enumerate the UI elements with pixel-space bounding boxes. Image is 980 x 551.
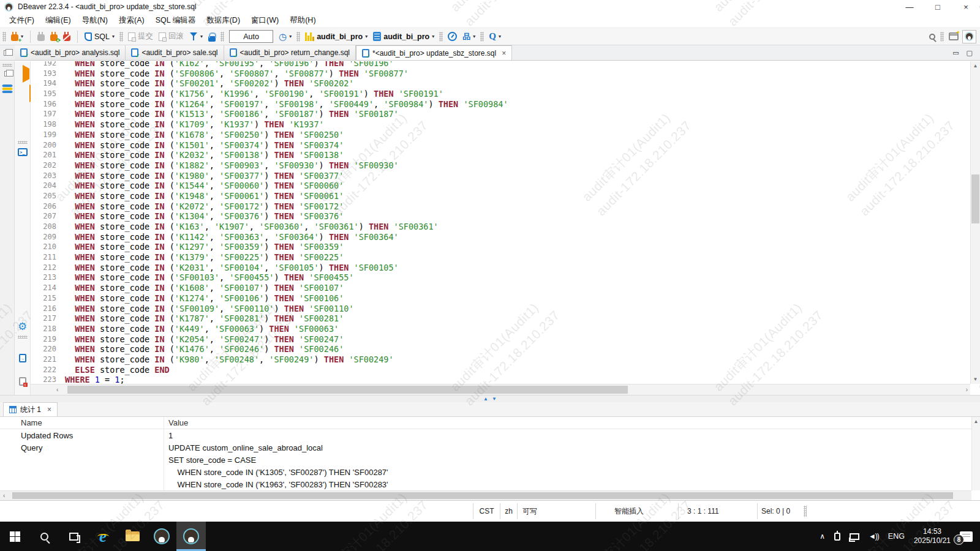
quick-search-icon[interactable] (929, 34, 935, 40)
stats-row[interactable]: WHEN store_code IN ('K1305', 'SF00287') … (0, 466, 971, 478)
commit-button[interactable]: 提交 (126, 30, 155, 43)
sql-editor-button[interactable]: SQL▾ (83, 31, 116, 42)
chevron-down-icon: ▾ (365, 34, 368, 39)
database-navigator-icon[interactable] (2, 84, 12, 94)
task-view-button[interactable] (59, 522, 88, 551)
open-perspective-icon[interactable] (949, 32, 959, 40)
reconnect-button[interactable]: ⟳ (48, 31, 59, 42)
toolbar-grip (480, 32, 484, 42)
minimize-button[interactable]: — (895, 0, 924, 13)
clock-time: 14:53 (914, 527, 951, 536)
commit-mode-select[interactable]: Auto (229, 30, 273, 43)
dbeaver-icon (154, 528, 170, 544)
taskbar-clock[interactable]: 14:53 2025/10/21 (914, 527, 951, 545)
vertical-scroll-thumb[interactable] (971, 174, 979, 223)
dashboard-button[interactable] (446, 31, 459, 42)
editor-tab[interactable]: <audit_bi_pro> sale.sql (126, 45, 224, 60)
line-number: 192 (31, 61, 62, 69)
sash-down-icon[interactable]: ▼ (492, 397, 497, 402)
connection-selector[interactable]: audit_bi_pro▾ (303, 31, 369, 42)
stats-cell-value: UPDATE custom_online_sale_abroad_local (164, 443, 323, 452)
maximize-button[interactable]: □ (924, 0, 952, 13)
execute-statement-icon[interactable] (23, 65, 29, 83)
tab-close-icon[interactable]: × (502, 49, 506, 58)
menu-item[interactable]: 帮助(H) (284, 13, 321, 28)
restore-pane-icon[interactable] (4, 50, 10, 56)
editor-pane-controls: ▭ ▢ (952, 45, 980, 60)
plug-disabled-icon (37, 34, 45, 41)
stats-vertical-scrollbar[interactable]: ▲ (971, 417, 980, 490)
dbeaver-perspective-button[interactable] (962, 30, 976, 43)
dbeaver-pinned-button[interactable] (147, 522, 176, 551)
editor-vertical-scrollbar[interactable]: ▲ ▼ (970, 61, 980, 384)
sash-up-icon[interactable]: ▲ (483, 397, 488, 402)
menu-item[interactable]: 搜索(A) (113, 13, 150, 28)
line-number: 204 (31, 181, 62, 191)
editor-tab[interactable]: *<audit_bi_pro> update_sbz_store.sql× (356, 45, 512, 60)
scroll-left-icon[interactable]: ‹ (56, 384, 58, 395)
restore-view-icon[interactable] (4, 71, 10, 77)
scroll-left-icon[interactable]: ‹ (3, 491, 5, 500)
search-button[interactable]: Q▾ (487, 31, 503, 42)
editor-horizontal-scrollbar[interactable]: ‹ › (31, 384, 970, 395)
horizontal-scroll-thumb[interactable] (67, 386, 628, 394)
dbeaver-running-button[interactable] (176, 522, 206, 551)
commit-icon (128, 32, 135, 41)
stats-cell-value: SET store_code = CASE (164, 455, 256, 465)
scroll-right-icon[interactable]: › (966, 384, 968, 395)
export-result-icon[interactable]: → (19, 354, 26, 362)
stats-tab-close-icon[interactable]: × (47, 405, 51, 414)
scroll-down-icon[interactable]: ▼ (971, 377, 980, 382)
start-button[interactable] (0, 522, 29, 551)
tx-history-button[interactable]: ◷▾ (277, 31, 293, 42)
stats-scroll-thumb[interactable] (12, 492, 953, 499)
disconnect-gray-button[interactable] (36, 31, 47, 42)
panel-sash[interactable]: ▲▼ (0, 395, 980, 402)
database-selector[interactable]: audit_bi_pro▾ (371, 31, 436, 42)
stats-row[interactable]: QueryUPDATE custom_online_sale_abroad_lo… (0, 441, 971, 454)
language-indicator[interactable]: ENG (888, 532, 905, 541)
editor-tab[interactable]: <audit_bi_pro> analysis.sql (15, 45, 126, 60)
maximize-pane-icon[interactable]: ▢ (967, 49, 973, 57)
menu-item[interactable]: 编辑(E) (40, 13, 77, 28)
sql-editor[interactable]: 1921931941951961971981992002012022032042… (31, 61, 980, 395)
stats-row[interactable]: Updated Rows1 (0, 429, 971, 441)
lock-button[interactable] (206, 31, 217, 43)
code-area[interactable]: WHEN store_code IN ('K162', 'SF00195', '… (62, 61, 970, 384)
validation-doc-icon[interactable] (19, 377, 26, 386)
disconnect-button[interactable] (61, 31, 72, 42)
console-icon[interactable]: >_ (18, 148, 28, 156)
menu-item[interactable]: 文件(F) (4, 13, 40, 28)
menu-item[interactable]: 数据库(D) (201, 13, 246, 28)
menu-item[interactable]: SQL 编辑器 (150, 13, 202, 28)
stats-tab[interactable]: 统计 1 × (3, 402, 58, 416)
rollback-button[interactable]: 回滚 (157, 30, 186, 43)
speaker-icon[interactable]: ◄)) (869, 532, 879, 541)
menu-item[interactable]: 导航(N) (77, 13, 113, 28)
rollback-label: 回滚 (168, 31, 184, 42)
tray-expand-icon[interactable]: ∧ (820, 532, 825, 541)
line-number: 199 (31, 130, 62, 140)
tasks-button[interactable]: 品▾ (461, 31, 477, 42)
new-connection-button[interactable]: +▾ (9, 31, 25, 42)
stats-row[interactable]: SET store_code = CASE (0, 454, 971, 466)
network-icon[interactable] (850, 533, 859, 540)
stats-row[interactable]: WHEN store_code IN ('K1963', 'SF00283') … (0, 478, 971, 490)
taskbar-search-button[interactable] (29, 522, 59, 551)
plug-reconnect-icon: ⟳ (50, 34, 58, 41)
settings-gear-icon[interactable]: ⚙ (18, 321, 27, 332)
notification-center-icon[interactable]: 8 (960, 531, 973, 542)
usb-icon[interactable] (834, 533, 840, 541)
scroll-up-icon[interactable]: ▲ (971, 63, 980, 69)
minimize-pane-icon[interactable]: ▭ (952, 49, 959, 57)
transaction-mode-button[interactable]: ▾ (187, 31, 205, 42)
file-explorer-button[interactable] (118, 522, 147, 551)
stats-horizontal-scrollbar[interactable]: ‹ (0, 490, 971, 500)
scroll-up-icon[interactable]: ▲ (972, 419, 980, 424)
line-number: 196 (31, 99, 62, 110)
editor-tab[interactable]: <audit_bi_pro> return_change.sql (224, 45, 356, 60)
toolbar-grip (119, 32, 123, 42)
menu-item[interactable]: 窗口(W) (246, 13, 284, 28)
close-button[interactable]: × (952, 0, 980, 13)
internet-explorer-button[interactable]: e (88, 522, 118, 551)
